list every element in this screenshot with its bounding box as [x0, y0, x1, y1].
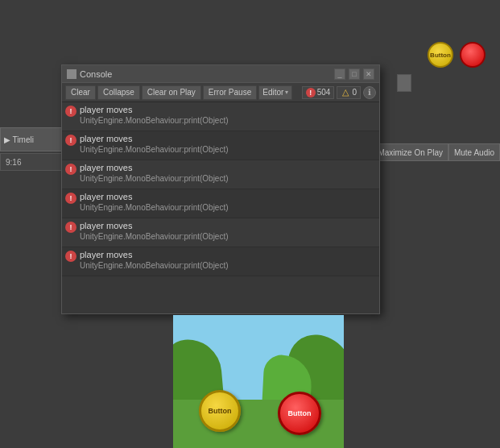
log-text: player moves UnityEngine.MonoBehaviour:p… [80, 191, 376, 213]
log-entry[interactable]: ! player moves UnityEngine.MonoBehaviour… [62, 131, 379, 160]
error-pause-button[interactable]: Error Pause [203, 85, 257, 100]
window-controls: _ □ ✕ [334, 68, 374, 80]
log-error-icon: ! [65, 164, 76, 175]
log-sub-text: UnityEngine.MonoBehaviour:print(Object) [80, 173, 376, 184]
log-text: player moves UnityEngine.MonoBehaviour:p… [80, 133, 376, 155]
stop-button-red[interactable] [460, 42, 486, 68]
close-button[interactable]: ✕ [363, 68, 374, 80]
log-entry[interactable]: ! player moves UnityEngine.MonoBehaviour… [62, 160, 379, 189]
yellow-btn-label: Button [430, 52, 451, 59]
warning-count: 0 [352, 88, 357, 97]
editor-dropdown[interactable]: Editor ▾ [258, 85, 292, 100]
log-main-text: player moves [80, 191, 376, 202]
game-red-button[interactable]: Button [278, 392, 321, 435]
console-window: Console _ □ ✕ Clear Collapse Clear on Pl… [61, 64, 380, 314]
log-text: player moves UnityEngine.MonoBehaviour:p… [80, 220, 376, 242]
log-main-text: player moves [80, 249, 376, 260]
timeline-time: 9:16 [0, 153, 63, 171]
timeline-time-value: 9:16 [6, 158, 21, 167]
top-right-controls: Button [428, 42, 486, 68]
log-text: player moves UnityEngine.MonoBehaviour:p… [80, 162, 376, 184]
log-sub-text: UnityEngine.MonoBehaviour:print(Object) [80, 144, 376, 155]
error-count-badge[interactable]: ! 504 [302, 86, 335, 99]
game-yellow-button[interactable]: Button [199, 390, 241, 432]
log-main-text: player moves [80, 162, 376, 173]
log-error-icon: ! [65, 106, 76, 117]
log-main-text: player moves [80, 133, 376, 144]
right-panel-icon [397, 74, 411, 92]
minimize-button[interactable]: _ [334, 68, 345, 80]
collapse-button[interactable]: Collapse [97, 85, 140, 100]
log-error-icon: ! [65, 222, 76, 233]
console-toolbar: Clear Collapse Clear on Play Error Pause… [62, 83, 379, 102]
maximize-button[interactable]: □ [349, 68, 360, 80]
toolbar-counts: ! 504 △ 0 ℹ [302, 86, 376, 99]
error-count: 504 [317, 88, 331, 97]
log-error-icon: ! [65, 135, 76, 146]
console-icon [67, 69, 76, 79]
log-sub-text: UnityEngine.MonoBehaviour:print(Object) [80, 115, 376, 126]
error-icon: ! [306, 88, 316, 97]
warning-count-badge[interactable]: △ 0 [337, 86, 361, 99]
log-entry[interactable]: ! player moves UnityEngine.MonoBehaviour… [62, 247, 379, 276]
warning-icon: △ [341, 88, 350, 97]
log-entry[interactable]: ! player moves UnityEngine.MonoBehaviour… [62, 102, 379, 131]
game-yellow-btn-label: Button [209, 407, 232, 415]
log-main-text: player moves [80, 220, 376, 231]
info-button[interactable]: ℹ [363, 86, 376, 99]
log-entry[interactable]: ! player moves UnityEngine.MonoBehaviour… [62, 218, 379, 247]
maximize-on-play-button[interactable]: Maximize On Play [372, 143, 448, 161]
console-titlebar: Console _ □ ✕ [62, 65, 379, 83]
log-sub-text: UnityEngine.MonoBehaviour:print(Object) [80, 231, 376, 242]
clear-on-play-button[interactable]: Clear on Play [142, 85, 201, 100]
chevron-down-icon: ▾ [285, 89, 288, 96]
log-error-icon: ! [65, 193, 76, 204]
log-sub-text: UnityEngine.MonoBehaviour:print(Object) [80, 260, 376, 271]
log-text: player moves UnityEngine.MonoBehaviour:p… [80, 104, 376, 126]
console-log-area[interactable]: ! player moves UnityEngine.MonoBehaviour… [62, 102, 379, 313]
console-title-label: Console [80, 69, 112, 79]
timeline-label: ▶ Timeli [4, 135, 34, 144]
log-entry[interactable]: ! player moves UnityEngine.MonoBehaviour… [62, 189, 379, 218]
game-red-btn-label: Button [288, 409, 312, 417]
log-main-text: player moves [80, 104, 376, 115]
log-sub-text: UnityEngine.MonoBehaviour:print(Object) [80, 202, 376, 213]
log-error-icon: ! [65, 251, 76, 262]
editor-dropdown-label: Editor [262, 88, 283, 97]
timeline-strip[interactable]: ▶ Timeli [0, 127, 63, 151]
clear-button[interactable]: Clear [65, 85, 96, 100]
game-view: Button Button [173, 315, 344, 448]
maximize-bar: Maximize On Play Mute Audio [372, 143, 500, 161]
console-title: Console [67, 69, 112, 79]
mute-audio-button[interactable]: Mute Audio [448, 143, 500, 161]
play-button-yellow[interactable]: Button [428, 42, 453, 68]
log-text: player moves UnityEngine.MonoBehaviour:p… [80, 249, 376, 271]
